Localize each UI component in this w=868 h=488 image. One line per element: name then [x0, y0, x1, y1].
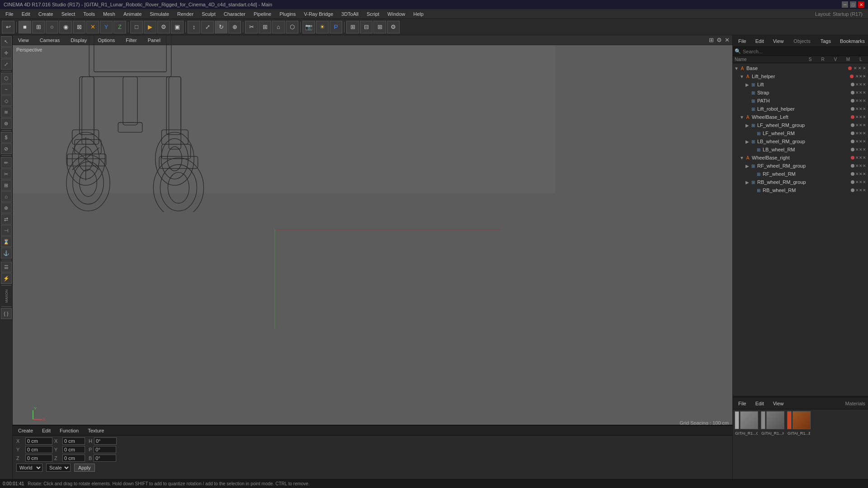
viewport-menu-panel[interactable]: Panel [145, 37, 163, 44]
dot-strap[interactable] [851, 91, 854, 94]
obj-menu-file[interactable]: File [736, 38, 749, 45]
dot-rf[interactable] [851, 164, 854, 168]
tree-item-path[interactable]: ⊞ PATH ✕✕✕ [733, 97, 868, 105]
left-tool-deform[interactable]: ≋ [1, 107, 12, 117]
extrude-button[interactable]: ⊞ [259, 21, 271, 33]
expand-lift-robot[interactable] [745, 106, 750, 112]
viewport-icon-close[interactable]: ✕ [725, 37, 730, 43]
left-tool-magnet[interactable]: ⚓ [1, 248, 12, 258]
tree-item-base[interactable]: ▼ A Base ✕ ✕ ✕ [733, 64, 868, 72]
mat-menu-view[interactable]: View [770, 400, 787, 407]
attr-p-val[interactable] [94, 446, 116, 453]
mat-menu-file[interactable]: File [736, 400, 749, 407]
dot-rb[interactable] [851, 180, 854, 184]
left-tool-scripting[interactable]: { } [1, 308, 12, 319]
dot-lb[interactable] [851, 140, 854, 143]
expand-base[interactable]: ▼ [734, 66, 739, 71]
expand-lf-wheel[interactable]: ▶ [745, 122, 750, 128]
attr-pos-x[interactable] [25, 437, 52, 445]
attr-menu-edit[interactable]: Edit [39, 427, 53, 434]
menu-select[interactable]: Select [58, 10, 79, 18]
left-tool-s1[interactable]: $ [1, 132, 12, 143]
menu-sculpt[interactable]: Sculpt [198, 10, 219, 18]
menu-file[interactable]: File [2, 10, 17, 18]
tree-item-lift-helper[interactable]: ▼ A Lift_helper ✕✕✕ [733, 72, 868, 80]
dot-path[interactable] [851, 99, 854, 103]
attr-h-val[interactable] [94, 437, 117, 445]
expand-rb-wheel[interactable]: ▶ [745, 179, 750, 185]
left-tool-stitch[interactable]: ⊕ [1, 202, 12, 213]
viewport-menu-display[interactable]: Display [68, 37, 90, 44]
left-tool-effector[interactable]: ⊛ [1, 118, 12, 129]
render-button[interactable]: ▶ [144, 21, 156, 33]
viewport-menu-filter[interactable]: Filter [123, 37, 139, 44]
left-tool-layers[interactable]: ☰ [1, 262, 12, 272]
left-tool-plugin[interactable]: ⚡ [1, 273, 12, 284]
left-tool-poly[interactable]: ⬡ [1, 73, 12, 84]
attr-rot-y[interactable] [62, 446, 85, 453]
settings-button[interactable]: ⚙ [387, 21, 400, 33]
search-input[interactable] [743, 49, 866, 54]
expand-strap[interactable] [745, 90, 750, 95]
left-tool-smooth[interactable]: ⌛ [1, 236, 12, 247]
minimize-button[interactable]: ─ [842, 1, 848, 8]
tree-item-lf-wheel-rm[interactable]: ⊞ LF_wheel_RM ✕✕✕ [733, 129, 868, 137]
expand-lb-rm[interactable] [750, 147, 755, 152]
mat-menu-edit[interactable]: Edit [753, 400, 767, 407]
material-item-3[interactable]: GITAI_R1...Bones [787, 411, 811, 486]
left-tool-loop[interactable]: ⊞ [1, 180, 12, 191]
left-tool-slide[interactable]: ⇄ [1, 214, 12, 225]
expand-lift-helper[interactable]: ▼ [739, 74, 745, 79]
menu-help[interactable]: Help [410, 10, 427, 18]
tree-item-lb-wheel-group[interactable]: ▶ ⊞ LB_wheel_RM_group ✕✕✕ [733, 137, 868, 145]
expand-rb-rm[interactable] [750, 188, 755, 193]
bridge-button[interactable]: ⌂ [272, 21, 285, 33]
obj-bookmarks[interactable]: Bookmarks [837, 38, 868, 45]
menu-mesh[interactable]: Mesh [99, 10, 119, 18]
dot-rf-rm[interactable] [851, 172, 854, 176]
bevel-button[interactable]: ⬡ [286, 21, 298, 33]
maximize-button[interactable]: □ [850, 1, 856, 8]
tree-item-wheelbase-left[interactable]: ▼ A WheelBase_Left ✕✕✕ [733, 113, 868, 121]
attr-rot-x[interactable] [62, 437, 85, 445]
left-tool-spline[interactable]: ~ [1, 84, 12, 95]
expand-lb-wheel[interactable]: ▶ [745, 139, 750, 144]
scale-tool-button[interactable]: ⤢ [201, 21, 214, 33]
object-tree[interactable]: ▼ A Base ✕ ✕ ✕ ▼ A Lift_helper [733, 63, 868, 396]
layout1-button[interactable]: ⊞ [346, 21, 359, 33]
dot-wbr[interactable] [851, 156, 854, 160]
obj-menu-edit[interactable]: Edit [753, 38, 767, 45]
tree-item-lb-wheel-rm[interactable]: ⊞ LB_wheel_RM ✕✕✕ [733, 145, 868, 154]
dot-rb-rm[interactable] [851, 188, 854, 192]
expand-lf-rm[interactable] [750, 131, 755, 136]
dot-lf[interactable] [851, 123, 854, 127]
expand-wheelbase-left[interactable]: ▼ [739, 114, 745, 120]
menu-character[interactable]: Character [220, 10, 249, 18]
tree-item-wheelbase-right[interactable]: ▼ A WheelBase_right ✕✕✕ [733, 154, 868, 162]
mat-swatch-1[interactable] [740, 411, 758, 429]
menu-window[interactable]: Window [384, 10, 409, 18]
dot-base[interactable] [848, 66, 852, 70]
close-button[interactable]: ✕ [858, 1, 864, 8]
edge-mode-button[interactable]: ○ [46, 21, 58, 33]
tree-item-rf-wheel-rm[interactable]: ⊞ RF_wheel_RM ✕✕✕ [733, 170, 868, 178]
render-settings-button[interactable]: ⚙ [157, 21, 170, 33]
dot-lift-helper[interactable] [850, 75, 854, 78]
viewport-menu-view[interactable]: View [15, 37, 32, 44]
left-tool-s2[interactable]: ⊘ [1, 143, 12, 154]
left-tool-bridge[interactable]: ⌂ [1, 191, 12, 202]
tree-item-lf-wheel-group[interactable]: ▶ ⊞ LF_wheel_RM_group ✕✕✕ [733, 121, 868, 129]
yray-button[interactable]: Y [100, 21, 113, 33]
tree-item-rf-wheel-group[interactable]: ▶ ⊞ RF_wheel_RM_group ✕✕✕ [733, 162, 868, 170]
expand-lift[interactable]: ▶ [745, 82, 750, 87]
left-tool-paint[interactable]: ✏ [1, 157, 12, 168]
light-button[interactable]: ☀ [316, 21, 329, 33]
expand-rf-rm[interactable] [750, 171, 755, 177]
mat-swatch-2[interactable] [766, 411, 784, 429]
dot-lift-robot[interactable] [851, 107, 854, 111]
dot-lf-rm[interactable] [851, 131, 854, 135]
coord-system-dropdown[interactable]: World Object Local [16, 464, 42, 472]
attr-rot-z[interactable] [62, 455, 85, 462]
left-tool-select[interactable]: ↖ [1, 36, 12, 47]
layout2-button[interactable]: ⊟ [360, 21, 373, 33]
